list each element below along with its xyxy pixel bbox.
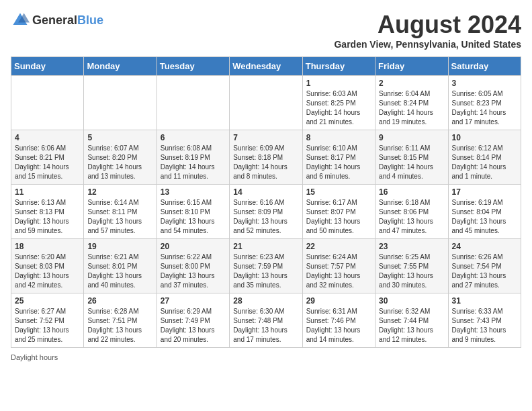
calendar-header-row: Sunday Monday Tuesday Wednesday Thursday…	[11, 57, 521, 76]
day-number: 17	[452, 187, 517, 197]
table-row: 1Sunrise: 6:03 AM Sunset: 8:25 PM Daylig…	[302, 76, 375, 130]
table-row: 16Sunrise: 6:18 AM Sunset: 8:06 PM Dayli…	[375, 185, 448, 239]
day-info: Sunrise: 6:29 AM Sunset: 7:49 PM Dayligh…	[161, 307, 226, 345]
day-number: 5	[87, 133, 152, 142]
day-number: 11	[15, 187, 80, 197]
day-info: Sunrise: 6:18 AM Sunset: 8:06 PM Dayligh…	[379, 198, 444, 236]
day-number: 19	[87, 242, 152, 251]
day-info: Sunrise: 6:16 AM Sunset: 8:09 PM Dayligh…	[233, 198, 298, 236]
location-subtitle: Garden View, Pennsylvania, United States	[334, 39, 521, 50]
day-info: Sunrise: 6:15 AM Sunset: 8:10 PM Dayligh…	[161, 198, 226, 236]
day-number: 18	[15, 242, 80, 251]
table-row: 28Sunrise: 6:30 AM Sunset: 7:48 PM Dayli…	[230, 293, 302, 348]
day-number: 31	[452, 296, 517, 306]
calendar-table: Sunday Monday Tuesday Wednesday Thursday…	[11, 56, 521, 348]
day-info: Sunrise: 6:28 AM Sunset: 7:51 PM Dayligh…	[87, 307, 152, 345]
table-row: 2Sunrise: 6:04 AM Sunset: 8:24 PM Daylig…	[375, 76, 448, 130]
day-number: 9	[379, 133, 444, 142]
day-info: Sunrise: 6:32 AM Sunset: 7:44 PM Dayligh…	[379, 307, 444, 345]
day-info: Sunrise: 6:25 AM Sunset: 7:55 PM Dayligh…	[379, 253, 444, 290]
day-number: 6	[161, 133, 226, 142]
day-info: Sunrise: 6:24 AM Sunset: 7:57 PM Dayligh…	[306, 253, 371, 290]
table-row	[230, 76, 302, 130]
col-friday: Friday	[375, 57, 448, 76]
day-number: 3	[452, 79, 517, 88]
day-info: Sunrise: 6:21 AM Sunset: 8:01 PM Dayligh…	[87, 253, 152, 290]
col-thursday: Thursday	[302, 57, 375, 76]
day-info: Sunrise: 6:19 AM Sunset: 8:04 PM Dayligh…	[452, 198, 517, 236]
day-number: 21	[233, 242, 298, 251]
table-row: 20Sunrise: 6:22 AM Sunset: 8:00 PM Dayli…	[157, 239, 229, 293]
table-row: 4Sunrise: 6:06 AM Sunset: 8:21 PM Daylig…	[11, 130, 84, 185]
day-number: 23	[379, 242, 444, 251]
table-row: 21Sunrise: 6:23 AM Sunset: 7:59 PM Dayli…	[230, 239, 302, 293]
day-number: 15	[306, 187, 371, 197]
day-number: 10	[452, 133, 517, 142]
day-info: Sunrise: 6:08 AM Sunset: 8:19 PM Dayligh…	[161, 144, 226, 181]
footer: Daylight hours	[11, 353, 521, 361]
col-saturday: Saturday	[448, 57, 521, 76]
table-row: 23Sunrise: 6:25 AM Sunset: 7:55 PM Dayli…	[375, 239, 448, 293]
col-tuesday: Tuesday	[157, 57, 229, 76]
table-row: 19Sunrise: 6:21 AM Sunset: 8:01 PM Dayli…	[84, 239, 157, 293]
table-row: 24Sunrise: 6:26 AM Sunset: 7:54 PM Dayli…	[448, 239, 521, 293]
table-row: 10Sunrise: 6:12 AM Sunset: 8:14 PM Dayli…	[448, 130, 521, 185]
day-number: 29	[306, 296, 371, 306]
day-info: Sunrise: 6:17 AM Sunset: 8:07 PM Dayligh…	[306, 198, 371, 236]
day-number: 30	[379, 296, 444, 306]
day-info: Sunrise: 6:06 AM Sunset: 8:21 PM Dayligh…	[15, 144, 80, 181]
col-wednesday: Wednesday	[230, 57, 302, 76]
day-info: Sunrise: 6:13 AM Sunset: 8:13 PM Dayligh…	[15, 198, 80, 236]
table-row: 3Sunrise: 6:05 AM Sunset: 8:23 PM Daylig…	[448, 76, 521, 130]
day-number: 1	[306, 79, 371, 88]
daylight-hours-label: Daylight hours	[11, 353, 58, 361]
page-header: GeneralBlue August 2024 Garden View, Pen…	[11, 11, 521, 50]
day-info: Sunrise: 6:10 AM Sunset: 8:17 PM Dayligh…	[306, 144, 371, 181]
logo-icon	[11, 11, 30, 30]
calendar-week-2: 4Sunrise: 6:06 AM Sunset: 8:21 PM Daylig…	[11, 130, 521, 185]
day-info: Sunrise: 6:09 AM Sunset: 8:18 PM Dayligh…	[233, 144, 298, 181]
logo-blue: Blue	[77, 13, 103, 27]
col-monday: Monday	[84, 57, 157, 76]
table-row	[84, 76, 157, 130]
day-number: 12	[87, 187, 152, 197]
day-info: Sunrise: 6:12 AM Sunset: 8:14 PM Dayligh…	[452, 144, 517, 181]
table-row: 29Sunrise: 6:31 AM Sunset: 7:46 PM Dayli…	[302, 293, 375, 348]
table-row: 7Sunrise: 6:09 AM Sunset: 8:18 PM Daylig…	[230, 130, 302, 185]
day-number: 13	[161, 187, 226, 197]
table-row: 14Sunrise: 6:16 AM Sunset: 8:09 PM Dayli…	[230, 185, 302, 239]
table-row: 12Sunrise: 6:14 AM Sunset: 8:11 PM Dayli…	[84, 185, 157, 239]
day-number: 2	[379, 79, 444, 88]
day-number: 26	[87, 296, 152, 306]
table-row	[11, 76, 84, 130]
table-row: 17Sunrise: 6:19 AM Sunset: 8:04 PM Dayli…	[448, 185, 521, 239]
table-row: 9Sunrise: 6:11 AM Sunset: 8:15 PM Daylig…	[375, 130, 448, 185]
day-number: 22	[306, 242, 371, 251]
day-number: 28	[233, 296, 298, 306]
day-info: Sunrise: 6:14 AM Sunset: 8:11 PM Dayligh…	[87, 198, 152, 236]
table-row: 18Sunrise: 6:20 AM Sunset: 8:03 PM Dayli…	[11, 239, 84, 293]
calendar-week-1: 1Sunrise: 6:03 AM Sunset: 8:25 PM Daylig…	[11, 76, 521, 130]
table-row: 11Sunrise: 6:13 AM Sunset: 8:13 PM Dayli…	[11, 185, 84, 239]
table-row: 30Sunrise: 6:32 AM Sunset: 7:44 PM Dayli…	[375, 293, 448, 348]
day-number: 27	[161, 296, 226, 306]
table-row: 8Sunrise: 6:10 AM Sunset: 8:17 PM Daylig…	[302, 130, 375, 185]
day-info: Sunrise: 6:20 AM Sunset: 8:03 PM Dayligh…	[15, 253, 80, 290]
table-row: 15Sunrise: 6:17 AM Sunset: 8:07 PM Dayli…	[302, 185, 375, 239]
table-row: 26Sunrise: 6:28 AM Sunset: 7:51 PM Dayli…	[84, 293, 157, 348]
calendar-week-5: 25Sunrise: 6:27 AM Sunset: 7:52 PM Dayli…	[11, 293, 521, 348]
table-row: 27Sunrise: 6:29 AM Sunset: 7:49 PM Dayli…	[157, 293, 229, 348]
day-number: 24	[452, 242, 517, 251]
day-info: Sunrise: 6:30 AM Sunset: 7:48 PM Dayligh…	[233, 307, 298, 345]
day-info: Sunrise: 6:33 AM Sunset: 7:43 PM Dayligh…	[452, 307, 517, 345]
calendar-week-3: 11Sunrise: 6:13 AM Sunset: 8:13 PM Dayli…	[11, 185, 521, 239]
day-number: 20	[161, 242, 226, 251]
day-info: Sunrise: 6:31 AM Sunset: 7:46 PM Dayligh…	[306, 307, 371, 345]
day-info: Sunrise: 6:07 AM Sunset: 8:20 PM Dayligh…	[87, 144, 152, 181]
day-number: 8	[306, 133, 371, 142]
day-info: Sunrise: 6:04 AM Sunset: 8:24 PM Dayligh…	[379, 89, 444, 127]
day-number: 16	[379, 187, 444, 197]
day-info: Sunrise: 6:03 AM Sunset: 8:25 PM Dayligh…	[306, 89, 371, 127]
day-info: Sunrise: 6:05 AM Sunset: 8:23 PM Dayligh…	[452, 89, 517, 127]
day-info: Sunrise: 6:11 AM Sunset: 8:15 PM Dayligh…	[379, 144, 444, 181]
